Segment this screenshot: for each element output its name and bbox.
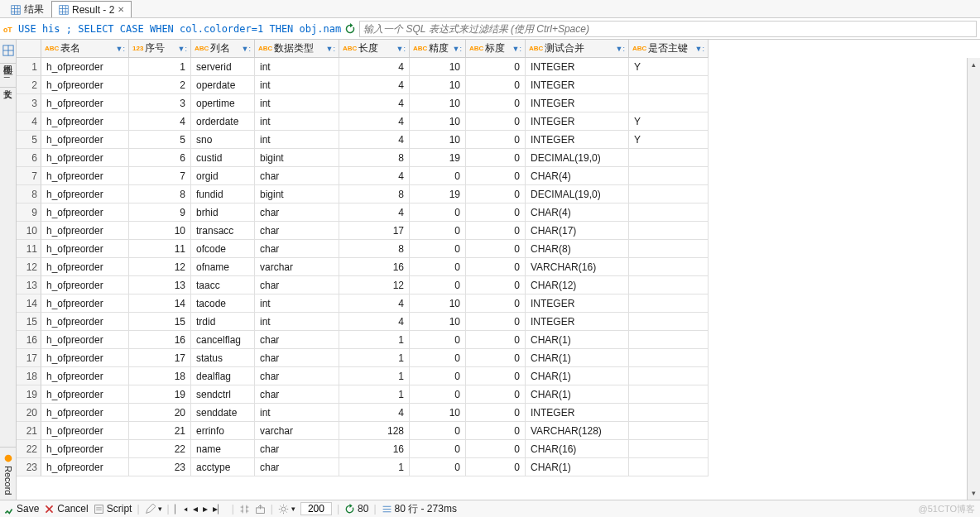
cell[interactable]: char bbox=[255, 276, 339, 294]
cell[interactable]: status bbox=[191, 349, 255, 367]
cell[interactable] bbox=[629, 185, 709, 203]
cell[interactable]: 4 bbox=[339, 131, 410, 149]
cell[interactable]: 7 bbox=[129, 167, 191, 185]
cell[interactable]: fundid bbox=[191, 185, 255, 203]
cell[interactable]: 17 bbox=[129, 349, 191, 367]
cell[interactable]: 1 bbox=[339, 458, 410, 476]
cell[interactable]: char bbox=[255, 203, 339, 222]
cell[interactable]: 9 bbox=[129, 203, 191, 222]
cell[interactable]: h_ofpreorder bbox=[41, 203, 129, 222]
cell[interactable]: 19 bbox=[129, 385, 191, 404]
row-number[interactable]: 3 bbox=[17, 94, 41, 112]
row-number[interactable]: 7 bbox=[17, 167, 41, 185]
cell[interactable]: INTEGER bbox=[526, 131, 629, 149]
scroll-down-icon[interactable]: ▾ bbox=[968, 486, 980, 500]
row-number[interactable]: 4 bbox=[17, 112, 41, 131]
cell[interactable]: 3 bbox=[129, 94, 191, 112]
cell[interactable]: VARCHAR(16) bbox=[526, 258, 629, 276]
cell[interactable]: 21 bbox=[129, 422, 191, 440]
cell[interactable] bbox=[629, 440, 709, 458]
cell[interactable] bbox=[629, 404, 709, 422]
refresh-button[interactable]: 80 bbox=[344, 503, 368, 515]
cell[interactable]: int bbox=[255, 404, 339, 422]
cell[interactable]: 1 bbox=[339, 367, 410, 385]
side-tab-grid[interactable]: 栅图 bbox=[0, 40, 16, 64]
cell[interactable]: DECIMAL(19,0) bbox=[526, 149, 629, 167]
cell[interactable]: acctype bbox=[191, 458, 255, 476]
cell[interactable]: INTEGER bbox=[526, 94, 629, 112]
cell[interactable]: CHAR(1) bbox=[526, 458, 629, 476]
cell[interactable]: char bbox=[255, 440, 339, 458]
cell[interactable]: bigint bbox=[255, 185, 339, 203]
cell[interactable]: 1 bbox=[339, 385, 410, 404]
cell[interactable]: 0 bbox=[466, 331, 526, 349]
cell[interactable] bbox=[629, 294, 709, 313]
cell[interactable]: sendctrl bbox=[191, 385, 255, 404]
cell[interactable]: 0 bbox=[410, 440, 466, 458]
cell[interactable]: custid bbox=[191, 149, 255, 167]
cell[interactable]: 0 bbox=[466, 94, 526, 112]
column-header-scale[interactable]: ABC标度▼: bbox=[466, 40, 526, 58]
cell[interactable]: bigint bbox=[255, 149, 339, 167]
cell[interactable]: CHAR(4) bbox=[526, 203, 629, 222]
nav-next[interactable]: ▸ bbox=[203, 503, 208, 515]
cell[interactable]: 0 bbox=[410, 240, 466, 258]
filter-icon[interactable]: ▼: bbox=[396, 45, 406, 53]
cell[interactable]: 0 bbox=[410, 203, 466, 222]
cell[interactable]: name bbox=[191, 440, 255, 458]
cell[interactable]: Y bbox=[629, 131, 709, 149]
cell[interactable] bbox=[629, 94, 709, 112]
row-number[interactable]: 11 bbox=[17, 240, 41, 258]
cell[interactable] bbox=[629, 203, 709, 222]
row-number[interactable]: 6 bbox=[17, 149, 41, 167]
cell[interactable]: h_ofpreorder bbox=[41, 349, 129, 367]
cell[interactable]: 0 bbox=[466, 349, 526, 367]
cell[interactable]: CHAR(1) bbox=[526, 331, 629, 349]
cell[interactable] bbox=[629, 458, 709, 476]
cell[interactable]: 10 bbox=[410, 58, 466, 76]
cell[interactable]: 13 bbox=[129, 276, 191, 294]
cell[interactable]: int bbox=[255, 294, 339, 313]
cell[interactable]: 10 bbox=[410, 131, 466, 149]
filter-icon[interactable]: ▼: bbox=[512, 45, 521, 53]
cell[interactable]: 2 bbox=[129, 76, 191, 94]
cell[interactable]: CHAR(1) bbox=[526, 349, 629, 367]
cancel-button[interactable]: Cancel bbox=[44, 503, 88, 515]
cell[interactable]: 8 bbox=[129, 185, 191, 203]
cell[interactable]: INTEGER bbox=[526, 313, 629, 331]
cell[interactable]: VARCHAR(128) bbox=[526, 422, 629, 440]
row-number[interactable]: 10 bbox=[17, 222, 41, 240]
cell[interactable]: 1 bbox=[339, 331, 410, 349]
cell[interactable]: 0 bbox=[466, 58, 526, 76]
cell[interactable]: operdate bbox=[191, 76, 255, 94]
cell[interactable]: h_ofpreorder bbox=[41, 185, 129, 203]
row-number[interactable]: 19 bbox=[17, 385, 41, 404]
data-grid[interactable]: ABC表名▼:123序号▼:ABC列名▼:ABC数据类型▼:ABC长度▼:ABC… bbox=[17, 40, 980, 500]
page-size-input[interactable] bbox=[300, 502, 332, 515]
cell[interactable]: char bbox=[255, 385, 339, 404]
cell[interactable]: 4 bbox=[339, 167, 410, 185]
cell[interactable]: taacc bbox=[191, 276, 255, 294]
cell[interactable]: INTEGER bbox=[526, 294, 629, 313]
cell[interactable]: 128 bbox=[339, 422, 410, 440]
cell[interactable]: char bbox=[255, 240, 339, 258]
filter-icon[interactable]: ▼: bbox=[453, 45, 462, 53]
cell[interactable]: 1 bbox=[339, 349, 410, 367]
cell[interactable]: h_ofpreorder bbox=[41, 385, 129, 404]
tab-result-cn[interactable]: 结果 bbox=[3, 1, 51, 17]
cell[interactable]: char bbox=[255, 331, 339, 349]
cell[interactable]: 4 bbox=[339, 76, 410, 94]
row-number[interactable]: 5 bbox=[17, 131, 41, 149]
save-button[interactable]: Save bbox=[3, 503, 39, 515]
cell[interactable]: int bbox=[255, 112, 339, 131]
cell[interactable]: h_ofpreorder bbox=[41, 331, 129, 349]
side-tab-text[interactable]: 长文 bbox=[0, 64, 16, 88]
cell[interactable] bbox=[629, 149, 709, 167]
cell[interactable]: 0 bbox=[466, 258, 526, 276]
cell[interactable]: 22 bbox=[129, 440, 191, 458]
cell[interactable]: h_ofpreorder bbox=[41, 404, 129, 422]
cell[interactable]: 6 bbox=[129, 149, 191, 167]
cell[interactable]: 0 bbox=[466, 185, 526, 203]
cell[interactable]: 0 bbox=[466, 404, 526, 422]
row-number[interactable]: 16 bbox=[17, 331, 41, 349]
